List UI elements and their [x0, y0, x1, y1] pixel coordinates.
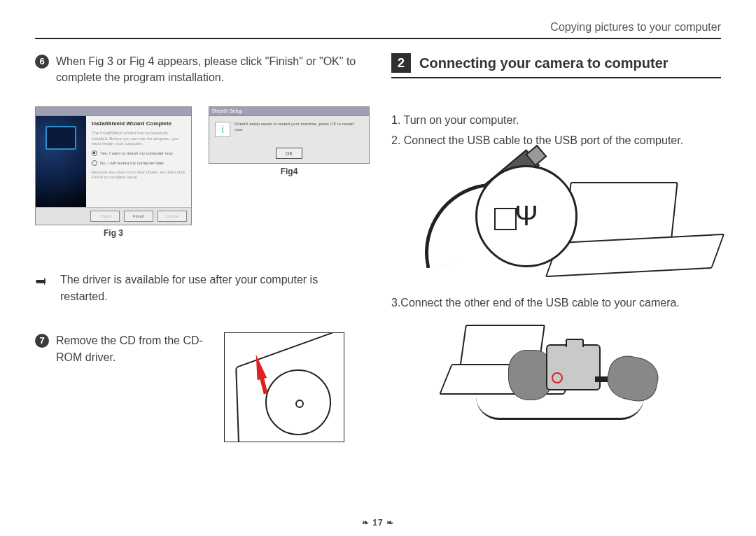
- manual-page: Copying pictures to your computer 6 When…: [0, 0, 756, 536]
- cable-icon: [476, 397, 644, 420]
- restart-note: The driver is available for use after yo…: [35, 271, 365, 304]
- step-7-badge: 7: [35, 334, 49, 348]
- step-6-text: When Fig 3 or Fig 4 appears, please clic…: [56, 53, 365, 85]
- section-2-header: 2 Connecting your camera to computer: [391, 53, 721, 78]
- laptop-icon: [553, 182, 714, 273]
- installer-screenshots: InstallShield Wizard Complete The Instal…: [35, 106, 365, 238]
- fig3-label: Fig 3: [104, 228, 123, 238]
- fig4-title: DirectX Setup: [209, 107, 369, 116]
- two-column-layout: 6 When Fig 3 or Fig 4 appears, please cl…: [35, 53, 721, 501]
- camera-usb-jack-icon: [552, 372, 563, 383]
- step-6: 6 When Fig 3 or Fig 4 appears, please cl…: [35, 53, 365, 85]
- connect-steps: 1. Turn on your computer. 2. Connect the…: [391, 111, 721, 151]
- restart-note-text: The driver is available for use after yo…: [60, 271, 365, 304]
- fig4-label: Fig4: [281, 167, 298, 176]
- connect-step-3: 3.Connect the other end of the USB cable…: [391, 297, 721, 309]
- magnifier-circle: Ψ: [475, 165, 578, 267]
- fig3-heading: InstallShield Wizard Complete: [92, 120, 186, 127]
- fig4-directx-dialog: DirectX Setup i DirectX setup needs to r…: [209, 106, 370, 164]
- info-icon: i: [215, 122, 230, 137]
- fig3-hint: Remove any disks from their drives, and …: [92, 170, 186, 180]
- usb-to-computer-illustration: Ψ: [391, 161, 721, 280]
- step-6-badge: 6: [35, 55, 49, 69]
- fig3-titlebar: [36, 107, 191, 116]
- fig3-cancel-button: Cancel: [158, 211, 187, 222]
- fig3-sidebar-graphic: [36, 116, 86, 207]
- fig3-radio-yes: Yes, I want to restart my computer now.: [92, 150, 186, 156]
- running-head: Copying pictures to your computer: [35, 21, 721, 39]
- connect-step-2: 2. Connect the USB cable to the USB port…: [391, 131, 721, 151]
- step-7: 7 Remove the CD from the CD-ROM driver.: [35, 332, 365, 442]
- fig3-blurb: The InstallShield wizard has successfull…: [92, 131, 186, 146]
- step-7-text: Remove the CD from the CD-ROM driver.: [56, 332, 203, 366]
- fig3-back-button: < Back: [90, 211, 120, 222]
- left-column: 6 When Fig 3 or Fig 4 appears, please cl…: [35, 53, 365, 501]
- usb-symbol-icon: Ψ: [514, 200, 538, 232]
- fig4-ok-button: OK: [276, 148, 302, 159]
- fig3-radio-no: No, I will restart my computer later.: [92, 160, 186, 166]
- usb-port-icon: [494, 208, 517, 230]
- cd-disc-icon: [265, 369, 331, 435]
- pointing-hand-icon: [35, 273, 52, 290]
- fig3-wrap: InstallShield Wizard Complete The Instal…: [35, 106, 192, 238]
- page-deco-right: ❧: [386, 518, 394, 528]
- fig3-installshield-window: InstallShield Wizard Complete The Instal…: [35, 106, 192, 225]
- section-title: Connecting your camera to computer: [419, 55, 668, 71]
- camera-icon: [546, 344, 601, 390]
- connect-step-1: 1. Turn on your computer.: [391, 111, 721, 131]
- page-number-value: 17: [372, 518, 383, 528]
- fig3-finish-button: Finish: [124, 211, 153, 222]
- page-deco-left: ❧: [362, 518, 370, 528]
- cd-eject-illustration: [224, 332, 344, 442]
- page-number: ❧ 17 ❧: [0, 518, 756, 528]
- fig4-wrap: DirectX Setup i DirectX setup needs to r…: [209, 106, 370, 176]
- usb-to-camera-illustration: [441, 325, 672, 423]
- section-number-badge: 2: [391, 53, 411, 73]
- right-column: 2 Connecting your camera to computer 1. …: [391, 53, 721, 501]
- fig4-message: DirectX setup needs to restart your mach…: [234, 122, 363, 132]
